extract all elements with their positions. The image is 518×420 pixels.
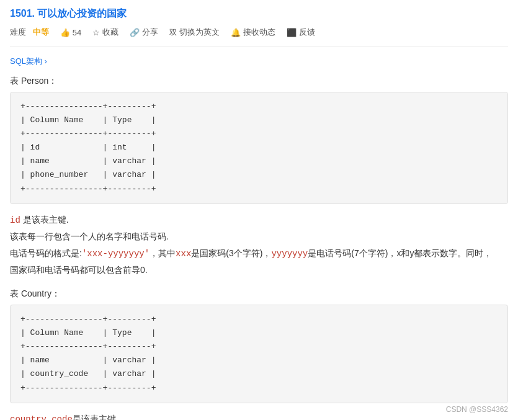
problem-title: 1501. 可以放心投资的国家 [10, 7, 508, 20]
difficulty-label: 难度 中等 [10, 27, 49, 38]
person-desc-line4: 国家码和电话号码都可以包含前导0. [10, 262, 508, 279]
feedback-button[interactable]: ⬛ 反馈 [287, 27, 315, 38]
person-desc-line1: id 是该表主键. [10, 212, 508, 229]
switch-label: 切换为英文 [179, 27, 220, 38]
yyyyyyy-key: yyyyyyy [271, 249, 308, 259]
star-icon: ☆ [92, 28, 100, 37]
difficulty-value: 中等 [33, 27, 49, 37]
footer-brand: CSDN @SSS4362 [446, 405, 508, 414]
country-table-block: +----------------+---------+ | Column Na… [10, 305, 508, 403]
like-icon: 👍 [60, 28, 70, 37]
feedback-label: 反馈 [299, 27, 315, 38]
person-table-block: +----------------+---------+ | Column Na… [10, 92, 508, 204]
page-container: 1501. 可以放心投资的国家 难度 中等 👍 54 ☆ 收藏 🔗 分享 双 切… [0, 0, 518, 420]
xxx-key: xxx [176, 249, 191, 259]
phone-format-key: 'xxx-yyyyyyy' [82, 249, 150, 259]
country-description: country_code是该表主键. 该表每一行包含国家名和国家码。countr… [10, 411, 508, 420]
person-description: id 是该表主键. 该表每一行包含一个人的名字和电话号码. 电话号码的格式是:'… [10, 212, 508, 279]
breadcrumb[interactable]: SQL架构 › [10, 56, 508, 67]
meta-bar: 难度 中等 👍 54 ☆ 收藏 🔗 分享 双 切换为英文 🔔 接收动态 ⬛ 反馈 [10, 27, 508, 38]
switch-lang-button[interactable]: 双 切换为英文 [169, 27, 220, 38]
like-count: 54 [73, 28, 81, 37]
person-id-key: id [10, 215, 20, 225]
share-label: 分享 [142, 27, 158, 38]
collect-label: 收藏 [102, 27, 118, 38]
share-icon: 🔗 [130, 28, 140, 37]
bell-icon: 🔔 [231, 28, 241, 37]
collect-button[interactable]: ☆ 收藏 [92, 27, 118, 38]
country-desc-line1: country_code是该表主键. [10, 411, 508, 420]
like-button[interactable]: 👍 54 [60, 28, 81, 37]
meta-divider [10, 47, 508, 47]
country-table-label: 表 Country： [10, 288, 508, 300]
person-desc-line2: 该表每一行包含一个人的名字和电话号码. [10, 228, 508, 245]
feedback-icon: ⬛ [287, 28, 297, 37]
person-table-label: 表 Person： [10, 76, 508, 87]
subscribe-button[interactable]: 🔔 接收动态 [231, 27, 275, 38]
person-desc-line3: 电话号码的格式是:'xxx-yyyyyyy'，其中xxx是国家码(3个字符)，y… [10, 245, 508, 262]
country-code-key: country_code [10, 414, 73, 420]
switch-icon: 双 [169, 27, 177, 38]
share-button[interactable]: 🔗 分享 [130, 27, 158, 38]
subscribe-label: 接收动态 [243, 27, 275, 38]
